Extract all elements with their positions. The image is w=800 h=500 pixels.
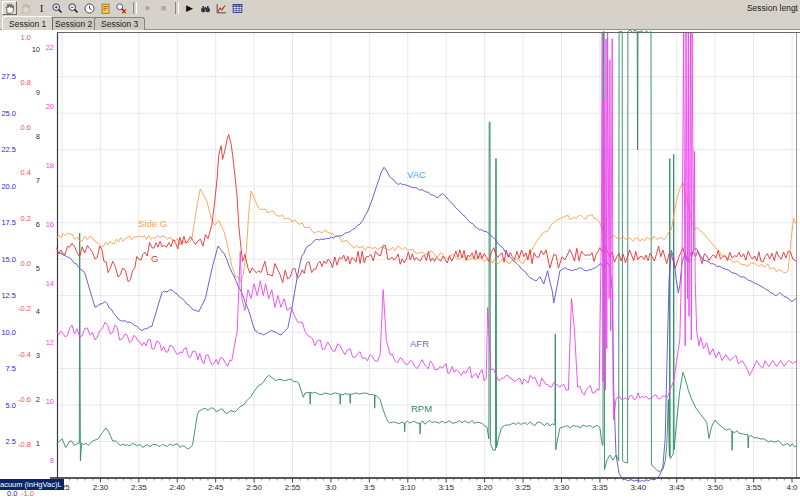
series-label-rpm: RPM <box>411 403 432 414</box>
x-tick-label: 2:30 <box>93 483 109 492</box>
tab-label: Session 1 <box>9 19 46 29</box>
rpm-tick-label: 8 <box>36 132 40 141</box>
rpm-tick-label: 10 <box>32 45 40 54</box>
rpm-tick-label: 5 <box>36 264 40 273</box>
afr-tick-label: 8 <box>50 456 54 465</box>
app-window: I●■▶ Session lengt Session 1Session 2Ses… <box>0 0 800 500</box>
x-tick-label: 3:10 <box>400 483 416 492</box>
g-tick-label: 1.0 <box>21 33 31 42</box>
g-min-value: -1.0 <box>21 489 34 498</box>
g-tick-label: -0.6 <box>18 395 31 404</box>
rpm-tick-label: 4 <box>36 307 40 316</box>
rpm-tick-label: 6 <box>36 220 40 229</box>
x-tick-label: 2:45 <box>208 483 224 492</box>
g-tick-label: 0.8 <box>21 78 31 87</box>
x-tick-label: 2:55 <box>285 483 301 492</box>
x-tick-label: 3:45 <box>669 483 685 492</box>
afr-tick-label: 14 <box>46 279 54 288</box>
g-tick-label: -0.4 <box>18 350 31 359</box>
vac-tick-label: 25.0 <box>1 109 16 118</box>
rpm-tick-label: 9 <box>36 88 40 97</box>
x-tick-label: 2:35 <box>131 483 147 492</box>
vac-tick-label: 15.0 <box>1 255 16 264</box>
x-tick-label: 3:50 <box>707 483 723 492</box>
rpm-tick-label: 1 <box>36 439 40 448</box>
g-tick-label: 0.0 <box>21 259 31 268</box>
vac-tick-label: 22.5 <box>1 145 16 154</box>
x-tick-label: 2:50 <box>246 483 262 492</box>
x-tick-label: 2:40 <box>169 483 185 492</box>
g-tick-label: -0.2 <box>18 304 31 313</box>
x-tick-label: 3:30 <box>554 483 570 492</box>
x-tick-label: 3:15 <box>438 483 454 492</box>
afr-tick-label: 12 <box>46 338 54 347</box>
vac-tick-label: 10.0 <box>1 328 16 337</box>
vac-tick-label: 20.0 <box>1 182 16 191</box>
x-tick-label: 4:0 <box>786 483 798 492</box>
x-tick-label: 3:20 <box>477 483 493 492</box>
rpm-tick-label: 7 <box>36 176 40 185</box>
g-tick-label: 0.6 <box>21 123 31 132</box>
vac-tick-label: 7.5 <box>6 364 16 373</box>
g-tick-label: 0.4 <box>21 168 31 177</box>
series-label-afr: AFR <box>410 338 429 349</box>
afr-tick-label: 22 <box>46 43 54 52</box>
x-tick-label: 3:35 <box>592 483 608 492</box>
afr-tick-label: 20 <box>46 102 54 111</box>
tab-session-1[interactable]: Session 1 <box>2 16 53 30</box>
x-tick-label: 3:55 <box>746 483 762 492</box>
vac-tick-label: 27.5 <box>1 72 16 81</box>
x-tick-label: 3:40 <box>631 483 647 492</box>
afr-tick-label: 16 <box>46 220 54 229</box>
series-label-vac: VAC <box>407 169 426 180</box>
chart-panel <box>0 30 800 500</box>
vac-tick-label: 2.5 <box>6 437 16 446</box>
g-tick-label: 0.2 <box>21 214 31 223</box>
vac-tick-label: 5.0 <box>6 401 16 410</box>
x-tick-label: 3:0 <box>325 483 337 492</box>
series-label-side_g: Side G <box>138 218 167 229</box>
afr-tick-label: 18 <box>46 161 54 170</box>
vac-tick-label: 17.5 <box>1 218 16 227</box>
rpm-tick-label: 3 <box>36 351 40 360</box>
chart-plot[interactable]: 2:252:302:352:402:452:502:553:03:53:103:… <box>0 0 800 500</box>
vac-tick-label: 12.5 <box>1 291 16 300</box>
rpm-tick-label: 2 <box>36 395 40 404</box>
x-tick-label: 3:25 <box>515 483 531 492</box>
x-tick-label: 3:5 <box>364 483 376 492</box>
g-tick-label: -0.8 <box>18 440 31 449</box>
series-label-g: G <box>151 253 158 264</box>
afr-tick-label: 10 <box>46 397 54 406</box>
vacuum-min-value: 0.0 <box>7 489 17 498</box>
